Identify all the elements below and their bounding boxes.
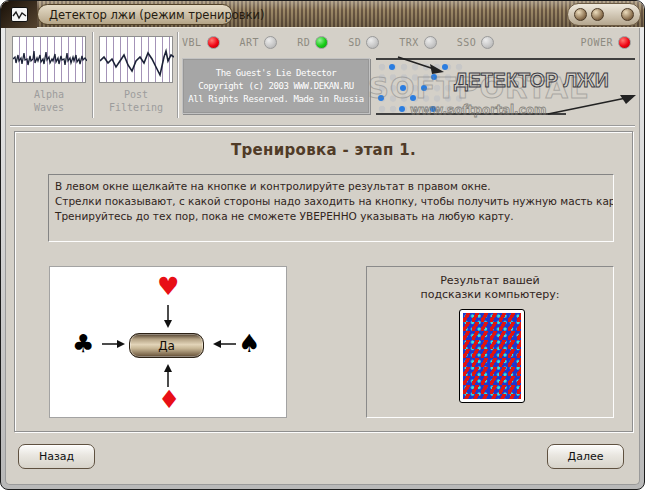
trainer-panel: ♥ ♣ Да ♠ xyxy=(49,266,287,418)
copyright-line: The Guest's Lie Detector xyxy=(216,68,336,78)
divider xyxy=(177,32,179,118)
arrow-up-icon xyxy=(162,364,174,387)
back-button[interactable]: Назад xyxy=(18,444,95,469)
post-filtering-label: Post Filtering xyxy=(99,88,173,114)
indicator-trx: TRX xyxy=(399,36,437,49)
result-panel: Результат вашей подсказки компьютеру: xyxy=(366,266,614,418)
led-icon xyxy=(207,36,220,49)
window-title-text: Детектор лжи (режим тренировки) xyxy=(49,8,264,22)
alpha-waves-label: Alpha Waves xyxy=(12,88,86,114)
close-button[interactable] xyxy=(621,8,634,21)
led-icon xyxy=(481,36,494,49)
indicator-art: ART xyxy=(240,36,278,49)
titlebar-buttons xyxy=(567,3,641,26)
diamond-suit-icon: ♦ xyxy=(158,387,180,412)
title-icon-zone xyxy=(1,1,37,28)
window-title: Детектор лжи (режим тренировки) xyxy=(37,4,233,25)
card-back xyxy=(459,309,525,403)
main-panel: Тренировка - этап 1. В левом окне щелкай… xyxy=(14,131,633,432)
instruction-line: Тренируйтесь до тех пор, пока не сможете… xyxy=(55,209,607,224)
alpha-waveform-icon xyxy=(13,37,87,83)
spade-suit-icon: ♠ xyxy=(238,331,260,356)
alpha-waves-display xyxy=(12,36,86,83)
copyright-plate: The Guest's Lie Detector Copyright (c) 2… xyxy=(182,58,370,114)
yes-button[interactable]: Да xyxy=(129,333,204,358)
club-suit-icon: ♣ xyxy=(72,331,94,356)
logo-title: ДЕТЕКТОР ЛЖИ xyxy=(454,68,626,92)
led-icon xyxy=(264,36,277,49)
indicator-sso: SSO xyxy=(457,36,495,49)
copyright-line: Copyright (c) 2003 WWW.DEKAN.RU xyxy=(198,81,354,91)
minimize-button[interactable] xyxy=(574,8,587,21)
maximize-button[interactable] xyxy=(591,8,604,21)
divider xyxy=(10,125,635,127)
instructions-box: В левом окне щелкайте на кнопке и контро… xyxy=(48,174,614,242)
indicator-row: VBL ART RD SD TRX SSO xyxy=(182,35,631,50)
indicator-sd: SD xyxy=(348,36,379,49)
arrow-right-icon xyxy=(102,338,125,350)
indicator-power: POWER xyxy=(580,36,631,49)
instruction-line: Стрелки показывают, с какой стороны надо… xyxy=(55,194,607,209)
title-bar[interactable]: Детектор лжи (режим тренировки) xyxy=(1,1,644,28)
post-filtering-display xyxy=(99,36,173,83)
led-icon xyxy=(618,36,631,49)
arrow-left-icon xyxy=(213,338,236,350)
softportal-url-watermark: www.softportal.com xyxy=(410,103,547,117)
heart-suit-icon: ♥ xyxy=(157,274,179,299)
post-filtering-waveform-icon xyxy=(100,37,174,83)
page-title: Тренировка - этап 1. xyxy=(15,141,632,159)
led-icon xyxy=(315,36,328,49)
arrow-down-icon xyxy=(162,305,174,328)
client-area: Alpha Waves Post Filtering VBL ART xyxy=(5,28,640,485)
waveform-icon xyxy=(11,7,28,22)
card-back-pattern xyxy=(463,313,521,399)
indicator-rd: RD xyxy=(297,36,328,49)
divider xyxy=(92,32,94,118)
led-icon xyxy=(366,36,379,49)
result-caption: Результат вашей подсказки компьютеру: xyxy=(367,274,613,302)
instruction-line: В левом окне щелкайте на кнопке и контро… xyxy=(55,179,607,194)
led-icon xyxy=(424,36,437,49)
logo-block: SOFTPORTAL ДЕТЕКТОР ЛЖИ www.softportal.c… xyxy=(374,53,639,123)
next-button[interactable]: Далее xyxy=(547,444,624,469)
app-window: Детектор лжи (режим тренировки) Alpha Wa… xyxy=(0,0,645,490)
indicator-vbl: VBL xyxy=(182,36,220,49)
copyright-line: All Rights Reserved. Made in Russia xyxy=(188,94,364,104)
